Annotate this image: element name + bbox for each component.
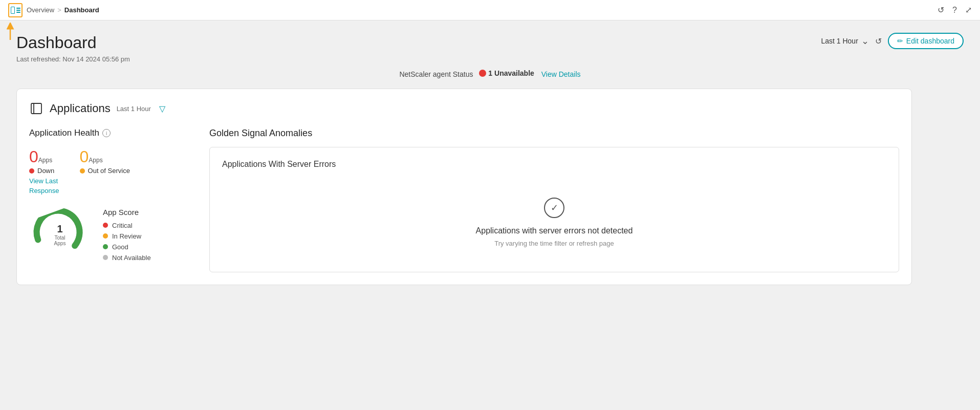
filter-icon[interactable]: ▽ — [159, 104, 165, 114]
down-status-row: Down — [29, 167, 59, 175]
breadcrumb: Overview > Dashboard — [27, 6, 99, 14]
reload-icon[interactable]: ↺ — [938, 5, 944, 15]
sidebar-toggle-icon — [11, 7, 20, 14]
empty-state-subtitle: Try varying the time filter or refresh p… — [494, 240, 614, 247]
time-selector[interactable]: Last 1 Hour ⌄ — [821, 35, 868, 47]
last-refreshed: Last refreshed: Nov 14 2024 05:56 pm — [16, 55, 130, 63]
app-score-section: App Score Critical In Review — [103, 208, 151, 262]
status-count: 1 Unavailable — [488, 69, 534, 77]
down-metric: 0Apps Down View LastResponse — [29, 148, 59, 195]
down-dot — [29, 168, 34, 174]
right-panel: Golden Signal Anomalies Applications Wit… — [209, 128, 899, 272]
card-title: Applications — [50, 102, 111, 115]
card-time: Last 1 Hour — [117, 105, 151, 113]
left-panel: Application Health i 0Apps Down View Las… — [29, 128, 193, 272]
good-dot — [103, 244, 108, 249]
score-legend: Critical In Review Good — [103, 222, 151, 262]
check-circle-icon: ✓ — [544, 198, 564, 218]
donut-section: 1 TotalApps App Score Critical — [29, 208, 193, 262]
down-count: 0 — [29, 147, 38, 166]
legend-good: Good — [103, 243, 151, 251]
refresh-button[interactable]: ↺ — [875, 36, 882, 46]
empty-state: ✓ Applications with server errors not de… — [222, 185, 886, 260]
page-content: Dashboard Last refreshed: Nov 14 2024 05… — [0, 20, 980, 297]
view-last-response-link[interactable]: View LastResponse — [29, 177, 59, 195]
arrow-annotation — [1, 23, 19, 41]
page-header: Dashboard Last refreshed: Nov 14 2024 05… — [16, 33, 964, 63]
inreview-label: In Review — [112, 232, 141, 240]
legend-notavailable: Not Available — [103, 254, 151, 262]
page-title-section: Dashboard Last refreshed: Nov 14 2024 05… — [16, 33, 130, 63]
help-icon[interactable]: ? — [952, 6, 957, 15]
golden-signal-title: Golden Signal Anomalies — [209, 128, 899, 139]
info-icon[interactable]: i — [102, 129, 111, 137]
notavailable-label: Not Available — [112, 254, 151, 262]
notavailable-dot — [103, 255, 108, 260]
inreview-dot — [103, 233, 108, 239]
oos-metric: 0Apps Out of Service — [80, 148, 130, 195]
view-details-link[interactable]: View Details — [541, 70, 581, 78]
legend-critical: Critical — [103, 222, 151, 229]
oos-dot — [80, 168, 85, 174]
status-bar: NetScaler agent Status 1 Unavailable Vie… — [16, 69, 964, 78]
donut-center: 1 TotalApps — [54, 223, 66, 246]
empty-state-title: Applications with server errors not dete… — [476, 226, 633, 235]
anomalies-card: Applications With Server Errors ✓ Applic… — [209, 147, 899, 272]
svg-rect-2 — [31, 103, 41, 114]
card-body: Application Health i 0Apps Down View Las… — [29, 128, 899, 272]
down-status-text: Down — [37, 167, 54, 175]
status-bar-label: NetScaler agent Status — [399, 70, 473, 78]
oos-status-row: Out of Service — [80, 167, 130, 175]
external-link-icon[interactable]: ⤢ — [965, 5, 972, 15]
breadcrumb-separator: > — [57, 6, 61, 14]
status-dot-red — [479, 70, 486, 77]
main-card: Applications Last 1 Hour ▽ Application H… — [16, 89, 912, 285]
health-metrics: 0Apps Down View LastResponse 0Apps — [29, 148, 193, 195]
good-label: Good — [112, 243, 128, 251]
page-title: Dashboard — [16, 33, 130, 52]
applications-icon — [29, 101, 43, 116]
critical-dot — [103, 223, 108, 228]
donut-label: TotalApps — [54, 235, 66, 246]
oos-status-text: Out of Service — [88, 167, 130, 175]
top-bar-right: ↺ ? ⤢ — [938, 5, 972, 15]
edit-dashboard-label: Edit dashboard — [906, 37, 954, 45]
oos-apps-label: Apps — [89, 157, 102, 164]
breadcrumb-overview[interactable]: Overview — [27, 6, 54, 14]
health-section-title: Application Health i — [29, 128, 193, 138]
time-selector-label: Last 1 Hour — [821, 37, 858, 45]
legend-inreview: In Review — [103, 232, 151, 240]
sidebar-toggle-button[interactable] — [8, 3, 23, 17]
top-bar: Overview > Dashboard ↺ ? ⤢ — [0, 0, 980, 20]
pencil-icon: ✏ — [897, 37, 903, 45]
top-bar-left: Overview > Dashboard — [8, 3, 99, 17]
down-apps-label: Apps — [38, 157, 52, 164]
critical-label: Critical — [112, 222, 133, 229]
donut-number: 1 — [54, 223, 66, 235]
oos-count: 0 — [80, 147, 89, 166]
edit-dashboard-button[interactable]: ✏ Edit dashboard — [888, 33, 964, 49]
header-controls: Last 1 Hour ⌄ ↺ ✏ Edit dashboard — [821, 33, 964, 49]
card-header: Applications Last 1 Hour ▽ — [29, 101, 899, 116]
anomalies-card-title: Applications With Server Errors — [222, 160, 886, 169]
breadcrumb-current: Dashboard — [64, 6, 99, 14]
chevron-down-icon: ⌄ — [861, 35, 869, 47]
app-score-title: App Score — [103, 208, 151, 217]
status-badge: 1 Unavailable — [479, 69, 534, 77]
donut-chart: 1 TotalApps — [29, 211, 91, 257]
